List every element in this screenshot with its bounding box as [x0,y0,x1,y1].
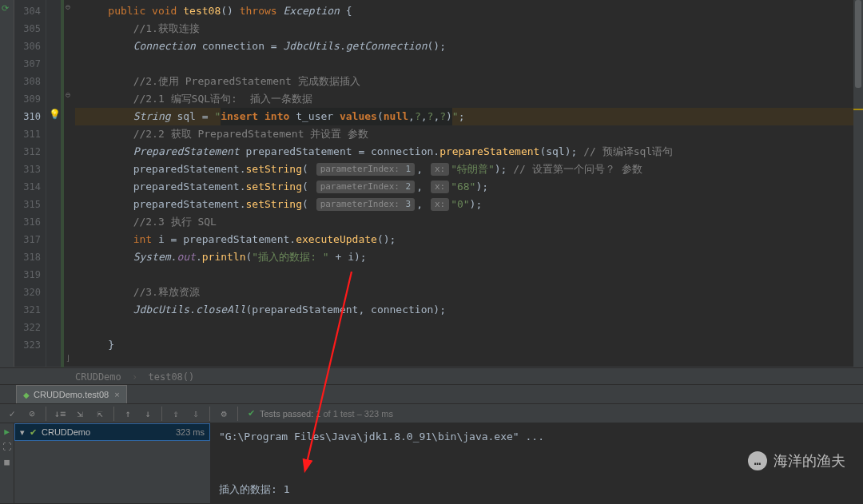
fold-marker-icon[interactable]: ⊖ [66,2,70,11]
fold-end-icon[interactable]: ⌋ [66,354,70,363]
test-toolbar: ✓ ⊘ ↓≡ ⇲ ⇱ ↑ ↓ ⇪ ⇩ ⚙ ✔ Tests passed: 1 o… [0,404,863,423]
tool-window-body: ▶ ⛶ ■ ▾ ✔ CRUDDemo 323 ms "G:\Program Fi… [0,423,863,503]
sort-icon[interactable]: ↓≡ [51,405,69,423]
code-line[interactable]: System.out.println("插入的数据: " + i); [75,248,863,266]
code-line[interactable]: //2.1 编写SQL语句: 插入一条数据 [75,90,863,108]
param-hint: x: [431,163,449,176]
console-stdout-line: 插入的数据: 1 [219,483,289,495]
editor-area: ⟳ 30430530630730830931031131231331431531… [0,0,863,367]
test-passed-icon: ✔ [30,427,37,438]
test-status: ✔ Tests passed: 1 of 1 test – 323 ms [248,408,393,419]
fold-gutter[interactable]: ⊖ ⊖ ⌋ [64,0,75,367]
code-line[interactable]: preparedStatement.setString( parameterIn… [75,161,863,178]
scrollbar-thumb[interactable] [855,0,861,88]
toolbar-separator [161,407,162,421]
tree-root-time: 323 ms [176,427,205,437]
test-tree-root[interactable]: ▾ ✔ CRUDDemo 323 ms [14,423,210,441]
breadcrumb-method[interactable]: test08() [149,371,195,383]
param-hint: x: [431,198,449,211]
fold-marker-icon[interactable]: ⊖ [66,90,70,99]
wechat-icon: … [748,451,767,470]
show-passed-icon[interactable]: ✓ [3,405,21,423]
breadcrumb-bar[interactable]: CRUDDemo › test08() [0,367,863,385]
line-number-gutter[interactable]: 3043053063073083093103113123133143153163… [14,0,46,367]
code-line[interactable]: JdbcUtils.closeAll(preparedStatement, co… [75,301,863,319]
intention-bulb-icon[interactable]: 💡 [49,109,61,120]
code-line[interactable]: preparedStatement.setString( parameterIn… [75,178,863,196]
check-icon: ✔ [248,408,255,419]
watermark: … 海洋的渔夫 [748,451,845,470]
scrollbar-warning-mark[interactable] [853,109,863,110]
code-line[interactable] [75,266,863,284]
run-tool-window: ◆ CRUDDemo.test08 × ✓ ⊘ ↓≡ ⇲ ⇱ ↑ ↓ ⇪ ⇩ ⚙… [0,385,863,503]
param-hint: parameterIndex: 1 [316,163,416,176]
test-tree[interactable]: ▾ ✔ CRUDDemo 323 ms [14,423,211,503]
tests-passed-suffix: of 1 test – 323 ms [320,409,393,419]
stop-icon[interactable]: ■ [4,457,10,467]
run-gutter-icon[interactable]: ⟳ [2,3,9,14]
rerun-icon[interactable]: ▶ [4,427,10,437]
next-icon[interactable]: ↓ [139,405,157,423]
code-editor[interactable]: public void test08() throws Exception { … [75,0,863,367]
show-ignored-icon[interactable]: ⊘ [23,405,41,423]
test-green-icon: ◆ [23,391,30,399]
code-line[interactable]: public void test08() throws Exception { [75,2,863,20]
collapse-all-icon[interactable]: ⇱ [91,405,109,423]
code-line[interactable]: Connection connection = JdbcUtils.getCon… [75,38,863,55]
tree-root-label: CRUDDemo [42,427,90,437]
gear-icon[interactable]: ⚙ [215,405,233,423]
toolbar-separator [113,407,114,421]
code-line[interactable] [75,55,863,73]
close-tab-icon[interactable]: × [114,390,119,399]
watermark-text: 海洋的渔夫 [774,451,845,470]
tool-window-side-toolbar: ▶ ⛶ ■ [0,423,14,503]
run-tab-label: CRUDDemo.test08 [34,390,109,399]
code-line[interactable]: } [75,336,863,354]
export-icon[interactable]: ⇪ [167,405,185,423]
toolbar-separator [237,407,238,421]
toolbar-separator [209,407,210,421]
code-line[interactable]: //1.获取连接 [75,20,863,38]
code-line[interactable]: //2.使用 PreparedStatement 完成数据插入 [75,73,863,90]
code-line[interactable]: //2.2 获取 PreparedStatement 并设置 参数 [75,125,863,143]
tree-expand-icon[interactable]: ▾ [20,427,25,438]
code-line[interactable]: String sql = "insert into t_user values(… [75,108,863,125]
code-line[interactable]: int i = preparedStatement.executeUpdate(… [75,231,863,248]
code-line[interactable] [75,319,863,336]
param-hint: parameterIndex: 3 [316,198,416,211]
param-hint: parameterIndex: 2 [316,181,416,193]
code-line[interactable]: //3.释放资源 [75,284,863,301]
tool-window-tabs: ◆ CRUDDemo.test08 × [0,385,863,404]
tests-passed-label: Tests passed: 1 [260,409,320,419]
code-line[interactable]: PreparedStatement preparedStatement = co… [75,143,863,161]
code-line[interactable]: preparedStatement.setString( parameterIn… [75,196,863,213]
toolbar-separator [46,407,46,421]
code-line[interactable]: //2.3 执行 SQL [75,213,863,231]
editor-scrollbar[interactable] [853,0,863,367]
expand-all-icon[interactable]: ⇲ [71,405,89,423]
breadcrumb-separator: › [132,371,137,383]
left-icon-gutter: ⟳ [0,0,14,367]
run-tab[interactable]: ◆ CRUDDemo.test08 × [16,385,127,403]
import-icon[interactable]: ⇩ [187,405,205,423]
toggle-icon[interactable]: ⛶ [2,442,11,452]
param-hint: x: [431,181,449,193]
breadcrumb-class[interactable]: CRUDDemo [75,371,121,383]
console-cmd-line: "G:\Program Files\Java\jdk1.8.0_91\bin\j… [219,431,544,442]
prev-icon[interactable]: ↑ [119,405,137,423]
